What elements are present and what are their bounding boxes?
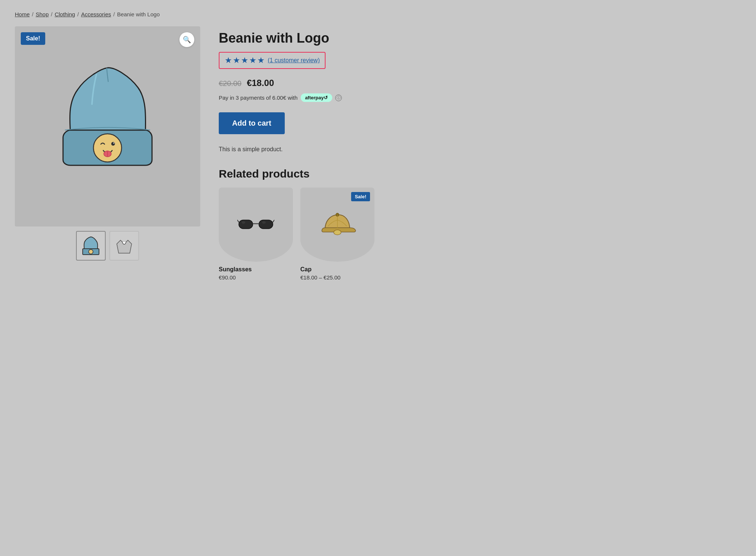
- related-products-list: Sunglasses €90.00 Sale!: [219, 188, 741, 281]
- product-description: This is a simple product.: [219, 145, 741, 154]
- svg-point-0: [93, 134, 122, 162]
- afterpay-logo: afterpay↺: [305, 95, 328, 100]
- svg-rect-6: [239, 220, 253, 228]
- zoom-icon: 🔍: [183, 36, 191, 44]
- thumbnail-list: [15, 231, 200, 261]
- main-product-image: Sale! 🔍: [15, 26, 200, 226]
- review-link[interactable]: (1 customer review): [268, 57, 320, 64]
- star-3: ★: [241, 56, 248, 65]
- related-product-cap[interactable]: Sale!: [300, 188, 374, 281]
- star-rating: ★ ★ ★ ★ ★: [225, 56, 265, 65]
- sunglasses-price: €90.00: [219, 274, 293, 281]
- breadcrumb-home[interactable]: Home: [15, 11, 30, 17]
- star-2: ★: [233, 56, 240, 65]
- zoom-button[interactable]: 🔍: [179, 32, 194, 47]
- breadcrumb: Home / Shop / Clothing / Accessories / B…: [15, 11, 741, 17]
- rating-box: ★ ★ ★ ★ ★ (1 customer review): [219, 52, 326, 69]
- thumbnail-2[interactable]: [109, 231, 139, 261]
- star-5: ★: [257, 56, 265, 65]
- related-product-sunglasses[interactable]: Sunglasses €90.00: [219, 188, 293, 281]
- price-section: €20.00 €18.00: [219, 78, 741, 88]
- svg-point-1: [111, 142, 115, 146]
- product-info: Beanie with Logo ★ ★ ★ ★ ★ (1 customer r…: [219, 26, 741, 281]
- sale-badge: Sale!: [21, 32, 45, 45]
- svg-point-5: [89, 249, 93, 254]
- old-price: €20.00: [219, 79, 241, 87]
- breadcrumb-clothing[interactable]: Clothing: [55, 11, 75, 17]
- star-4: ★: [249, 56, 257, 65]
- afterpay-info-icon[interactable]: ⓘ: [335, 95, 342, 101]
- product-title: Beanie with Logo: [219, 30, 741, 46]
- sunglasses-name: Sunglasses: [219, 266, 293, 273]
- star-1: ★: [225, 56, 232, 65]
- svg-point-8: [242, 221, 245, 224]
- breadcrumb-shop[interactable]: Shop: [36, 11, 49, 17]
- svg-point-2: [113, 143, 115, 144]
- afterpay-text: Pay in 3 payments of 6.00€ with: [219, 95, 298, 101]
- svg-rect-7: [259, 220, 273, 228]
- breadcrumb-current: Beanie with Logo: [117, 11, 160, 17]
- add-to-cart-button[interactable]: Add to cart: [219, 112, 285, 134]
- sunglasses-image: [219, 188, 293, 262]
- svg-point-9: [262, 221, 266, 224]
- afterpay-badge[interactable]: afterpay↺: [301, 93, 333, 102]
- breadcrumb-accessories[interactable]: Accessories: [81, 11, 111, 17]
- product-gallery: Sale! 🔍: [15, 26, 200, 261]
- svg-point-11: [334, 230, 341, 235]
- afterpay-section: Pay in 3 payments of 6.00€ with afterpay…: [219, 93, 741, 102]
- thumbnail-1[interactable]: [76, 231, 106, 261]
- related-products-title: Related products: [219, 168, 741, 180]
- product-layout: Sale! 🔍: [15, 26, 741, 281]
- cap-price: €18.00 – €25.00: [300, 274, 374, 281]
- cap-image: Sale!: [300, 188, 374, 262]
- beanie-svg: [48, 56, 167, 197]
- cap-name: Cap: [300, 266, 374, 273]
- cap-sale-badge: Sale!: [351, 192, 370, 201]
- new-price: €18.00: [247, 78, 274, 88]
